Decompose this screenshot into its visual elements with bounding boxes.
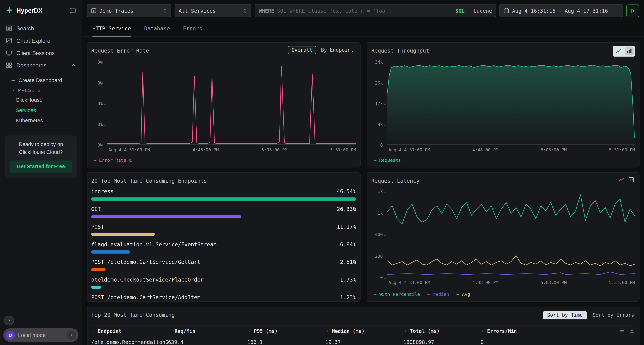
date-range-value: Aug 4 16:31:16 - Aug 4 17:31:16 (512, 7, 608, 13)
endpoint-bar (91, 197, 356, 201)
sidebar-item-search[interactable]: Search (0, 22, 82, 34)
endpoint-bar (91, 268, 106, 271)
x-tick-label: 5:03:00 PM (261, 147, 287, 152)
plus-icon (11, 78, 16, 83)
sidebar-item-client-sessions[interactable]: Client Sessions (0, 47, 82, 59)
endpoint-name: GET (91, 206, 101, 212)
endpoint-list: ingress 46.54% GET 26.33% (91, 188, 356, 302)
throughput-chart-area: 34k26k17k9k0 (371, 62, 635, 145)
column-header[interactable]: Total (ms) (404, 328, 481, 334)
latency-chart (387, 191, 635, 277)
tab-database[interactable]: Database (144, 21, 170, 36)
avatar: U (6, 331, 15, 340)
card-title: Request Error Rate (91, 47, 149, 54)
x-tick-label: Aug 4 4:31:00 PM (388, 147, 430, 152)
chart-explorer-icon (6, 37, 12, 44)
sidebar-item-chart-explorer[interactable]: Chart Explorer (0, 34, 82, 47)
service-select[interactable]: All Services (174, 4, 251, 17)
promo-line1: Ready to deploy on (19, 142, 63, 147)
create-dashboard-label: Create Dashboard (18, 77, 62, 83)
endpoint-percent: 1.23% (340, 294, 356, 300)
logo-row: HyperDX (0, 0, 82, 20)
run-query-button[interactable] (626, 4, 639, 17)
data-source-value: Demo Traces (100, 7, 134, 13)
logo-text: HyperDX (16, 7, 66, 14)
toggle-overall-button[interactable]: Overall (288, 46, 316, 54)
sidebar-item-dashboards[interactable]: Dashboards (0, 59, 82, 71)
legend-item: — Median (427, 292, 449, 297)
x-tick-label: 4:48:00 PM (193, 147, 218, 152)
help-button[interactable]: ? (4, 316, 14, 326)
presets-toggle[interactable]: PRESETS (0, 86, 82, 95)
table-row[interactable]: /oteldemo.RecommendationServ 639.4 166.1… (91, 337, 635, 345)
column-header[interactable]: Median (ms) (325, 328, 403, 334)
create-dashboard-button[interactable]: Create Dashboard (0, 75, 82, 86)
user-mode-pill[interactable]: U Local mode (3, 328, 78, 342)
chart-type-toggle (613, 46, 635, 57)
sort-by-errors-button[interactable]: Sort by Errors (593, 312, 634, 318)
tab-errors[interactable]: Errors (183, 21, 202, 36)
sort-controls: Sort by Time Sort by Errors (543, 311, 634, 319)
column-header[interactable]: P95 (ms) (247, 328, 325, 334)
tab-http-service[interactable]: HTTP Service (92, 21, 131, 36)
endpoint-name: flagd.evaluation.v1.Service/EventStream (91, 241, 217, 247)
card-title: Top 20 Most Time Consuming (91, 312, 175, 318)
request-latency-card: Request Latency 1k1k4002000 (367, 172, 639, 302)
column-header[interactable]: Endpoint (91, 328, 168, 334)
error-rate-chart-area: 0%0%0%0%0% (91, 62, 356, 145)
card-title: Request Throughput (371, 47, 429, 54)
dashboards-icon (6, 62, 12, 69)
endpoint-name: POST /oteldemo.CartService/AddItem (91, 294, 200, 300)
endpoint-row[interactable]: oteldemo.CheckoutService/PlaceOrder 1.73… (91, 277, 356, 289)
endpoint-row[interactable]: GET 26.33% (91, 206, 356, 218)
download-icon[interactable] (629, 328, 635, 333)
lucene-mode-toggle[interactable]: Lucene (474, 7, 492, 13)
get-started-button[interactable]: Get Started for Free (10, 160, 72, 173)
x-tick-label: 5:31:00 PM (330, 147, 356, 152)
preset-label: Kubernetes (16, 117, 43, 123)
legend-item: — 95th Percentile (374, 292, 420, 297)
legend: — Requests (374, 158, 401, 163)
column-header[interactable]: Req/Min (168, 328, 247, 334)
endpoint-row[interactable]: POST /oteldemo.CartService/GetCart 2.51% (91, 259, 356, 271)
endpoint-row[interactable]: flagd.evaluation.v1.Service/EventStream … (91, 241, 356, 254)
error-rate-toggle-group: Overall By Endpoint (288, 46, 355, 54)
sidebar-item-label: Chart Explorer (16, 37, 52, 44)
dashboard-content: Request Error Rate Overall By Endpoint 0… (82, 37, 644, 345)
line-chart-icon[interactable] (614, 47, 623, 55)
cell-total: 1808098.97 (404, 339, 481, 345)
search-placeholder: SQL WHERE clause (ex. column = 'foo') (277, 7, 452, 13)
bar-chart-icon[interactable] (625, 47, 634, 55)
sql-mode-toggle[interactable]: SQL (456, 7, 465, 13)
sidebar-collapse-icon[interactable] (70, 7, 76, 13)
endpoint-row[interactable]: ingress 46.54% (91, 188, 356, 201)
sidebar-item-services[interactable]: Services (0, 105, 82, 115)
x-tick-label: Aug 4 4:31:00 PM (388, 280, 430, 285)
column-header[interactable]: Errors/Min (480, 328, 635, 334)
endpoint-name: ingress (91, 188, 114, 195)
sidebar-item-clickhouse[interactable]: ClickHouse (0, 95, 82, 105)
cell-endpoint: /oteldemo.RecommendationServ (91, 339, 168, 345)
sort-by-time-button[interactable]: Sort by Time (543, 311, 587, 319)
endpoint-row[interactable]: POST 11.17% (91, 224, 356, 236)
sidebar-item-kubernetes[interactable]: Kubernetes (0, 115, 82, 125)
hyperdx-dashboard: HyperDX Search (0, 0, 644, 345)
legend: — Error Rate % (94, 158, 132, 163)
sidebar: HyperDX Search (0, 0, 82, 345)
topbar: Demo Traces All Services (82, 0, 644, 21)
rows-icon[interactable] (619, 328, 625, 333)
endpoint-percent: 46.54% (337, 188, 356, 195)
line-chart-icon[interactable] (618, 177, 624, 183)
toggle-by-endpoint-button[interactable]: By Endpoint (319, 46, 355, 54)
table-header: EndpointReq/MinP95 (ms)Median (ms)Total … (91, 325, 635, 337)
data-source-select[interactable]: Demo Traces (86, 4, 171, 17)
sidebar-item-label: Dashboards (16, 62, 46, 68)
latency-chart-icons (618, 177, 634, 183)
search-input[interactable]: WHERE SQL WHERE clause (ex. column = 'fo… (254, 4, 496, 17)
date-range-picker[interactable]: Aug 4 16:31:16 - Aug 4 17:31:16 (500, 4, 623, 17)
endpoint-name: POST (91, 224, 104, 230)
endpoint-row[interactable]: POST /oteldemo.CartService/AddItem 1.23% (91, 294, 356, 302)
latency-chart-area: 1k1k4002000 (371, 191, 635, 278)
error-rate-chart (107, 62, 356, 144)
box-chart-icon[interactable] (628, 177, 634, 183)
